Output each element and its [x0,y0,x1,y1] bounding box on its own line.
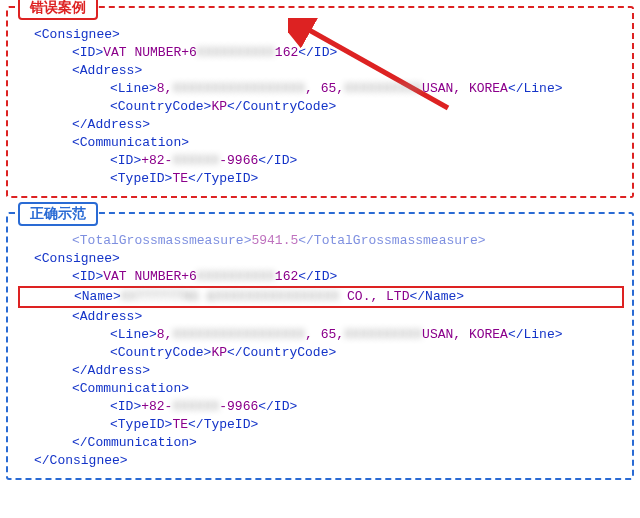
xml-tag: <Address> [72,309,142,324]
xml-tag: <ID> [110,399,141,414]
xml-tag: <Line> [110,327,157,342]
xml-text: TE [172,171,188,186]
xml-tag: </TypeID> [188,417,258,432]
xml-tag: </ID> [258,153,297,168]
xml-tag: </Line> [508,81,563,96]
xml-text: VAT NUMBER+6 [103,269,197,284]
xml-text: 8, [157,81,173,96]
xml-text: 162 [275,45,298,60]
xml-tag: <ID> [110,153,141,168]
xml-tag: <Line> [110,81,157,96]
xml-text: , 65, [305,327,344,342]
xml-tag: <Name> [74,289,121,304]
redacted-text: XXXXXX [172,153,219,168]
xml-text: USAN, KOREA [422,327,508,342]
redacted-text: XXXXXX [172,399,219,414]
xml-tag: <Communication> [72,381,189,396]
xml-tag: <CountryCode> [110,99,211,114]
xml-tag: </Address> [72,363,150,378]
redacted-text: XX [121,289,137,304]
xml-text: -9966 [219,399,258,414]
xml-tag: <ID> [72,269,103,284]
xml-text: VAT NUMBER+6 [103,45,197,60]
xml-tag: </ID> [298,45,337,60]
xml-text: -9966 [219,153,258,168]
xml-tag: <TypeID> [110,417,172,432]
wrong-example-title: 错误案例 [18,0,98,20]
xml-tag: <Consignee> [34,251,120,266]
xml-tag: </Address> [72,117,150,132]
xml-tag: </TypeID> [188,171,258,186]
correct-example-panel: 正确示范 <TotalGrossmassmeasure>5941.5</Tota… [6,212,634,480]
xml-text: TE [172,417,188,432]
xml-tag: </TotalGrossmassmeasure> [298,233,485,248]
redacted-text: XXXXXXXXXXXXXXXX [214,289,339,304]
xml-tag: <TotalGrossmassmeasure> [72,233,251,248]
redacted-text: XXXXXXXXXXXXXXXXX [172,81,305,96]
xml-text: 162 [275,269,298,284]
redacted-text: XXXXXXXXXX [197,45,275,60]
redacted-text: XXXXXXXXXX [197,269,275,284]
xml-tag: <Consignee> [34,27,120,42]
redacted-text: TTTTTTNG & [136,289,214,304]
xml-tag: <ID> [72,45,103,60]
xml-text: +82- [141,399,172,414]
redacted-text: XXXXXXXXXX [344,327,422,342]
xml-text: , 65, [305,81,344,96]
highlighted-name-row: <Name>XXTTTTTTNG &XXXXXXXXXXXXXXXX CO., … [18,286,624,308]
xml-tag: <Address> [72,63,142,78]
xml-text: 5941.5 [251,233,298,248]
xml-tag: </ID> [298,269,337,284]
xml-text: 8, [157,327,173,342]
xml-tag: </ID> [258,399,297,414]
correct-example-title: 正确示范 [18,202,98,226]
xml-text: +82- [141,153,172,168]
redacted-text: XXXXXXXXXX [344,81,422,96]
xml-tag: </Communication> [72,435,197,450]
xml-tag: <TypeID> [110,171,172,186]
xml-text: KP [211,345,227,360]
wrong-code-block: <Consignee> <ID>VAT NUMBER+6XXXXXXXXXX16… [16,26,624,188]
correct-code-block: <TotalGrossmassmeasure>5941.5</TotalGros… [16,232,624,470]
xml-text: USAN, KOREA [422,81,508,96]
xml-text: CO., LTD [339,289,409,304]
xml-tag: </Consignee> [34,453,128,468]
xml-tag: </Line> [508,327,563,342]
xml-tag: </Name> [409,289,464,304]
xml-tag: </CountryCode> [227,99,336,114]
xml-text: KP [211,99,227,114]
wrong-example-panel: 错误案例 <Consignee> <ID>VAT NUMBER+6XXXXXXX… [6,6,634,198]
redacted-text: XXXXXXXXXXXXXXXXX [172,327,305,342]
xml-tag: </CountryCode> [227,345,336,360]
xml-tag: <CountryCode> [110,345,211,360]
xml-tag: <Communication> [72,135,189,150]
